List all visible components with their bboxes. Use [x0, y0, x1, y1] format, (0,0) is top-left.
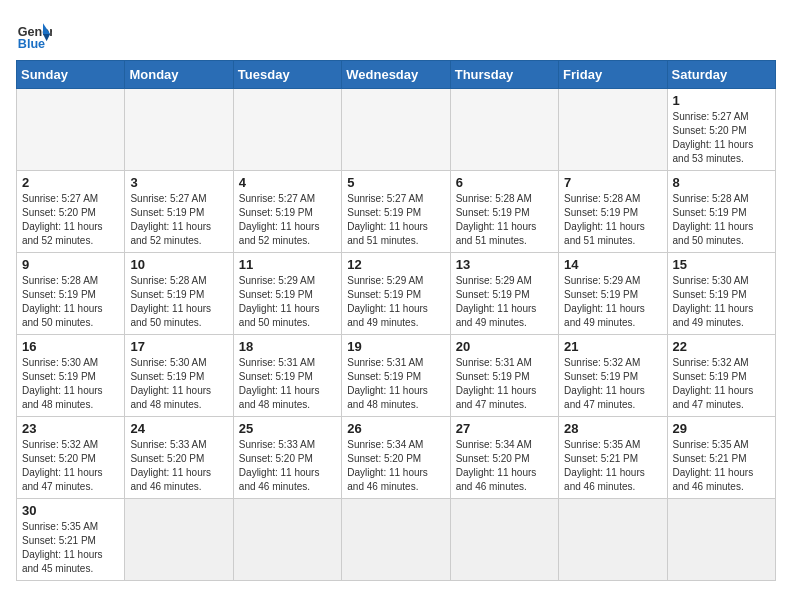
day-number: 26 — [347, 421, 444, 436]
day-number: 1 — [673, 93, 770, 108]
col-header-monday: Monday — [125, 61, 233, 89]
calendar-cell: 18Sunrise: 5:31 AM Sunset: 5:19 PM Dayli… — [233, 335, 341, 417]
day-number: 5 — [347, 175, 444, 190]
day-number: 10 — [130, 257, 227, 272]
calendar-week-5: 23Sunrise: 5:32 AM Sunset: 5:20 PM Dayli… — [17, 417, 776, 499]
day-info: Sunrise: 5:27 AM Sunset: 5:20 PM Dayligh… — [673, 110, 770, 166]
calendar-cell: 26Sunrise: 5:34 AM Sunset: 5:20 PM Dayli… — [342, 417, 450, 499]
calendar-cell — [125, 499, 233, 581]
day-number: 3 — [130, 175, 227, 190]
day-number: 30 — [22, 503, 119, 518]
calendar-cell: 6Sunrise: 5:28 AM Sunset: 5:19 PM Daylig… — [450, 171, 558, 253]
calendar-cell: 25Sunrise: 5:33 AM Sunset: 5:20 PM Dayli… — [233, 417, 341, 499]
calendar-cell: 21Sunrise: 5:32 AM Sunset: 5:19 PM Dayli… — [559, 335, 667, 417]
day-info: Sunrise: 5:30 AM Sunset: 5:19 PM Dayligh… — [130, 356, 227, 412]
calendar-header-row: SundayMondayTuesdayWednesdayThursdayFrid… — [17, 61, 776, 89]
day-number: 16 — [22, 339, 119, 354]
page-header: General Blue — [16, 16, 776, 52]
day-number: 18 — [239, 339, 336, 354]
calendar-week-6: 30Sunrise: 5:35 AM Sunset: 5:21 PM Dayli… — [17, 499, 776, 581]
calendar-cell: 4Sunrise: 5:27 AM Sunset: 5:19 PM Daylig… — [233, 171, 341, 253]
day-info: Sunrise: 5:27 AM Sunset: 5:19 PM Dayligh… — [239, 192, 336, 248]
day-info: Sunrise: 5:28 AM Sunset: 5:19 PM Dayligh… — [22, 274, 119, 330]
day-number: 2 — [22, 175, 119, 190]
day-info: Sunrise: 5:31 AM Sunset: 5:19 PM Dayligh… — [456, 356, 553, 412]
calendar-cell: 2Sunrise: 5:27 AM Sunset: 5:20 PM Daylig… — [17, 171, 125, 253]
calendar-cell — [125, 89, 233, 171]
calendar-cell: 8Sunrise: 5:28 AM Sunset: 5:19 PM Daylig… — [667, 171, 775, 253]
day-info: Sunrise: 5:28 AM Sunset: 5:19 PM Dayligh… — [130, 274, 227, 330]
calendar-cell — [233, 89, 341, 171]
day-info: Sunrise: 5:30 AM Sunset: 5:19 PM Dayligh… — [673, 274, 770, 330]
day-info: Sunrise: 5:32 AM Sunset: 5:20 PM Dayligh… — [22, 438, 119, 494]
calendar-cell: 10Sunrise: 5:28 AM Sunset: 5:19 PM Dayli… — [125, 253, 233, 335]
calendar-cell: 12Sunrise: 5:29 AM Sunset: 5:19 PM Dayli… — [342, 253, 450, 335]
day-info: Sunrise: 5:34 AM Sunset: 5:20 PM Dayligh… — [456, 438, 553, 494]
day-info: Sunrise: 5:29 AM Sunset: 5:19 PM Dayligh… — [456, 274, 553, 330]
day-info: Sunrise: 5:35 AM Sunset: 5:21 PM Dayligh… — [673, 438, 770, 494]
calendar-cell: 28Sunrise: 5:35 AM Sunset: 5:21 PM Dayli… — [559, 417, 667, 499]
calendar-cell: 7Sunrise: 5:28 AM Sunset: 5:19 PM Daylig… — [559, 171, 667, 253]
day-info: Sunrise: 5:28 AM Sunset: 5:19 PM Dayligh… — [456, 192, 553, 248]
calendar-cell — [450, 89, 558, 171]
calendar-cell — [559, 499, 667, 581]
calendar-cell — [233, 499, 341, 581]
calendar-table: SundayMondayTuesdayWednesdayThursdayFrid… — [16, 60, 776, 581]
day-info: Sunrise: 5:35 AM Sunset: 5:21 PM Dayligh… — [22, 520, 119, 576]
day-info: Sunrise: 5:29 AM Sunset: 5:19 PM Dayligh… — [347, 274, 444, 330]
calendar-cell: 22Sunrise: 5:32 AM Sunset: 5:19 PM Dayli… — [667, 335, 775, 417]
col-header-tuesday: Tuesday — [233, 61, 341, 89]
day-info: Sunrise: 5:27 AM Sunset: 5:19 PM Dayligh… — [347, 192, 444, 248]
calendar-cell: 27Sunrise: 5:34 AM Sunset: 5:20 PM Dayli… — [450, 417, 558, 499]
calendar-cell: 20Sunrise: 5:31 AM Sunset: 5:19 PM Dayli… — [450, 335, 558, 417]
day-info: Sunrise: 5:33 AM Sunset: 5:20 PM Dayligh… — [130, 438, 227, 494]
day-info: Sunrise: 5:34 AM Sunset: 5:20 PM Dayligh… — [347, 438, 444, 494]
calendar-week-1: 1Sunrise: 5:27 AM Sunset: 5:20 PM Daylig… — [17, 89, 776, 171]
calendar-cell — [450, 499, 558, 581]
day-number: 9 — [22, 257, 119, 272]
day-number: 11 — [239, 257, 336, 272]
day-number: 24 — [130, 421, 227, 436]
day-number: 15 — [673, 257, 770, 272]
day-number: 19 — [347, 339, 444, 354]
col-header-sunday: Sunday — [17, 61, 125, 89]
calendar-cell: 5Sunrise: 5:27 AM Sunset: 5:19 PM Daylig… — [342, 171, 450, 253]
calendar-cell: 16Sunrise: 5:30 AM Sunset: 5:19 PM Dayli… — [17, 335, 125, 417]
day-number: 17 — [130, 339, 227, 354]
calendar-cell — [667, 499, 775, 581]
day-number: 21 — [564, 339, 661, 354]
day-info: Sunrise: 5:31 AM Sunset: 5:19 PM Dayligh… — [347, 356, 444, 412]
day-number: 14 — [564, 257, 661, 272]
calendar-cell: 9Sunrise: 5:28 AM Sunset: 5:19 PM Daylig… — [17, 253, 125, 335]
day-number: 28 — [564, 421, 661, 436]
calendar-cell: 23Sunrise: 5:32 AM Sunset: 5:20 PM Dayli… — [17, 417, 125, 499]
col-header-saturday: Saturday — [667, 61, 775, 89]
day-number: 25 — [239, 421, 336, 436]
calendar-cell: 13Sunrise: 5:29 AM Sunset: 5:19 PM Dayli… — [450, 253, 558, 335]
calendar-week-3: 9Sunrise: 5:28 AM Sunset: 5:19 PM Daylig… — [17, 253, 776, 335]
day-info: Sunrise: 5:29 AM Sunset: 5:19 PM Dayligh… — [239, 274, 336, 330]
day-number: 7 — [564, 175, 661, 190]
calendar-week-2: 2Sunrise: 5:27 AM Sunset: 5:20 PM Daylig… — [17, 171, 776, 253]
day-number: 6 — [456, 175, 553, 190]
day-number: 8 — [673, 175, 770, 190]
logo-icon: General Blue — [16, 16, 52, 52]
calendar-cell: 14Sunrise: 5:29 AM Sunset: 5:19 PM Dayli… — [559, 253, 667, 335]
calendar-cell: 15Sunrise: 5:30 AM Sunset: 5:19 PM Dayli… — [667, 253, 775, 335]
calendar-cell — [17, 89, 125, 171]
calendar-cell: 30Sunrise: 5:35 AM Sunset: 5:21 PM Dayli… — [17, 499, 125, 581]
calendar-cell — [559, 89, 667, 171]
day-info: Sunrise: 5:30 AM Sunset: 5:19 PM Dayligh… — [22, 356, 119, 412]
day-info: Sunrise: 5:32 AM Sunset: 5:19 PM Dayligh… — [564, 356, 661, 412]
calendar-cell: 19Sunrise: 5:31 AM Sunset: 5:19 PM Dayli… — [342, 335, 450, 417]
day-info: Sunrise: 5:33 AM Sunset: 5:20 PM Dayligh… — [239, 438, 336, 494]
day-info: Sunrise: 5:27 AM Sunset: 5:19 PM Dayligh… — [130, 192, 227, 248]
calendar-cell: 11Sunrise: 5:29 AM Sunset: 5:19 PM Dayli… — [233, 253, 341, 335]
day-info: Sunrise: 5:32 AM Sunset: 5:19 PM Dayligh… — [673, 356, 770, 412]
day-number: 22 — [673, 339, 770, 354]
col-header-wednesday: Wednesday — [342, 61, 450, 89]
day-info: Sunrise: 5:29 AM Sunset: 5:19 PM Dayligh… — [564, 274, 661, 330]
day-number: 12 — [347, 257, 444, 272]
day-number: 4 — [239, 175, 336, 190]
day-number: 20 — [456, 339, 553, 354]
